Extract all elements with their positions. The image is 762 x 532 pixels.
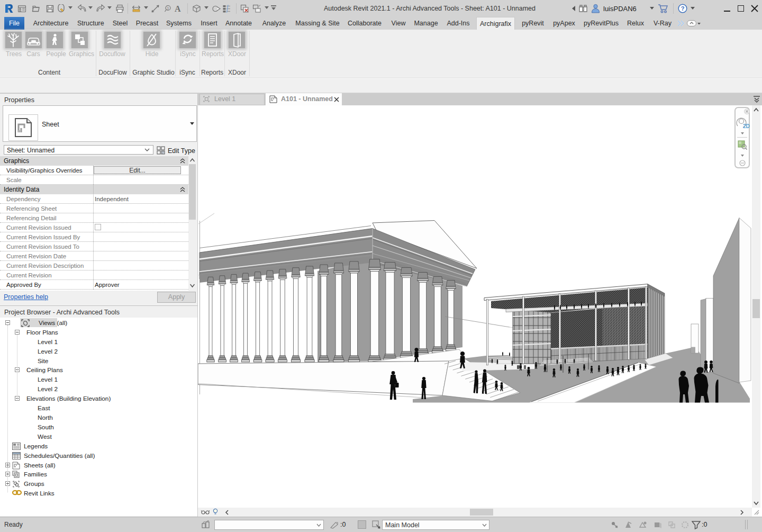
svg-text:?: ? (681, 5, 685, 12)
svg-text:2D: 2D (743, 123, 750, 129)
svg-text:1: 1 (167, 6, 169, 10)
